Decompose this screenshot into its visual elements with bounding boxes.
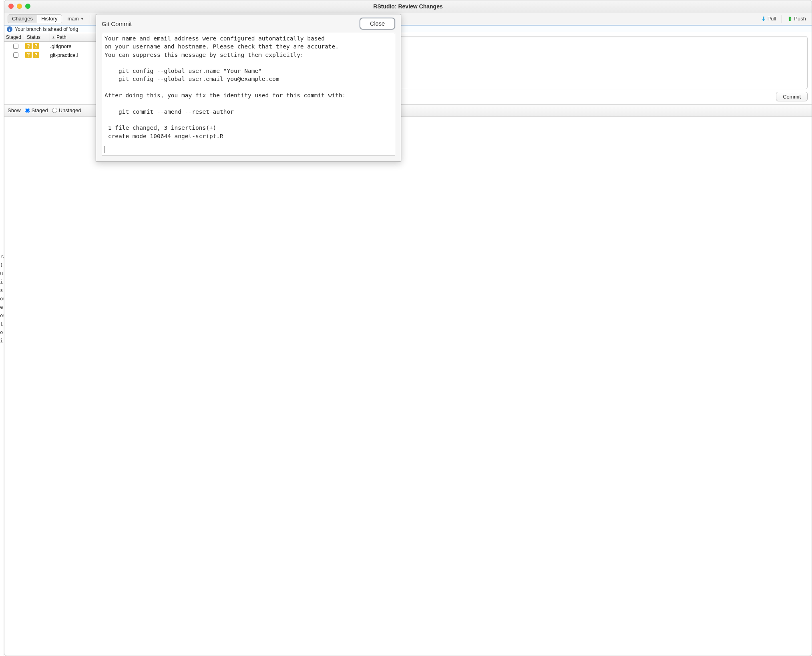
unknown-status-icon: ? <box>33 43 39 49</box>
info-icon: i <box>7 26 12 32</box>
text-caret <box>105 146 105 153</box>
unknown-status-icon: ? <box>33 52 39 58</box>
window-close-button[interactable] <box>8 4 14 9</box>
toolbar-divider <box>90 15 90 23</box>
commit-button[interactable]: Commit <box>776 92 808 101</box>
toolbar-divider <box>782 15 782 23</box>
col-staged[interactable]: Staged <box>4 33 25 41</box>
arrow-up-icon: ⬆ <box>788 16 792 22</box>
branch-name: main <box>68 16 79 22</box>
git-commit-modal: Git Commit Close Your name and email add… <box>96 14 401 162</box>
git-output: Your name and email address were configu… <box>105 34 392 140</box>
sort-asc-icon: ▲ <box>52 35 55 39</box>
stage-checkbox[interactable] <box>13 44 18 49</box>
arrow-down-icon: ⬇ <box>761 16 766 22</box>
review-changes-window: RStudio: Review Changes Changes History … <box>4 0 812 656</box>
modal-header: Git Commit Close <box>96 14 401 33</box>
window-title: RStudio: Review Changes <box>373 3 442 10</box>
unknown-status-icon: ? <box>25 43 32 49</box>
window-zoom-button[interactable] <box>25 4 30 9</box>
pull-button[interactable]: ⬇ Pull <box>759 14 779 23</box>
show-staged-option[interactable]: Staged <box>25 107 48 113</box>
stage-checkbox[interactable] <box>13 52 18 58</box>
view-toggle: Changes History <box>8 14 62 23</box>
close-button[interactable]: Close <box>360 18 395 30</box>
push-button[interactable]: ⬆ Push <box>785 14 808 23</box>
window-controls <box>8 4 30 9</box>
unknown-status-icon: ? <box>25 52 32 58</box>
show-label: Show <box>8 107 21 113</box>
branch-selector[interactable]: main ▼ <box>64 14 87 23</box>
tab-changes[interactable]: Changes <box>8 15 37 23</box>
console-left-crop: ra ) ur ir s ou e( ou t or i <box>0 0 4 656</box>
titlebar: RStudio: Review Changes <box>4 0 812 12</box>
modal-body: Your name and email address were configu… <box>102 33 395 156</box>
modal-title: Git Commit <box>102 20 132 27</box>
diff-view <box>4 117 812 656</box>
col-status[interactable]: Status <box>25 33 50 41</box>
branch-ahead-text: Your branch is ahead of 'orig <box>15 26 78 32</box>
tab-history[interactable]: History <box>37 15 61 23</box>
chevron-down-icon: ▼ <box>80 17 84 21</box>
show-unstaged-option[interactable]: Unstaged <box>52 107 81 113</box>
show-unstaged-radio[interactable] <box>52 108 57 113</box>
window-minimize-button[interactable] <box>17 4 22 9</box>
status-icons: ?? <box>25 52 50 58</box>
status-icons: ?? <box>25 43 50 49</box>
show-staged-radio[interactable] <box>25 108 30 113</box>
